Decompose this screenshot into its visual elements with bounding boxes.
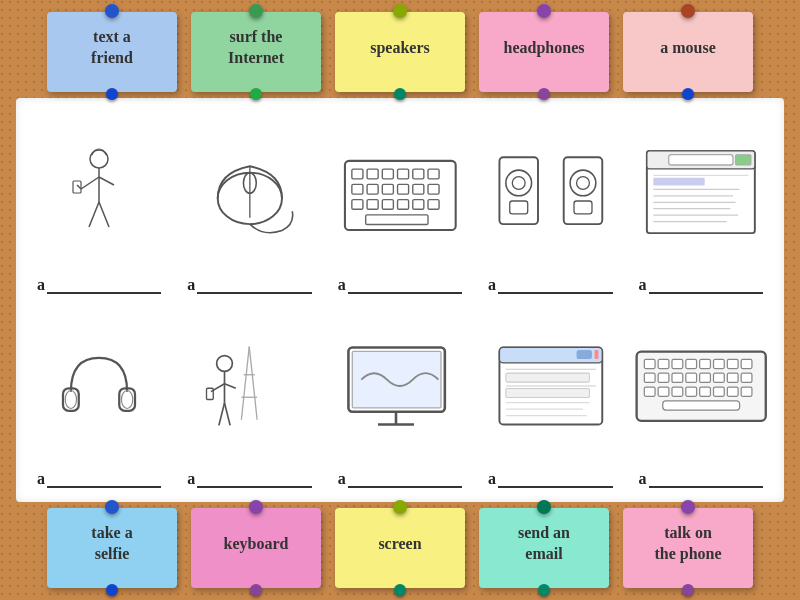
svg-rect-14 — [382, 169, 393, 179]
answer-browser: a — [639, 276, 764, 294]
cell-email: a — [477, 302, 623, 492]
drawing-mouse — [180, 112, 318, 272]
note-speakers[interactable]: speakers — [335, 12, 465, 92]
svg-line-64 — [219, 403, 225, 426]
drawing-keyboard-top — [331, 112, 469, 272]
svg-rect-16 — [412, 169, 423, 179]
svg-rect-38 — [574, 201, 592, 214]
pin-screen — [394, 584, 406, 596]
svg-rect-94 — [699, 373, 710, 382]
svg-rect-105 — [741, 387, 752, 396]
note-take-a-selfie[interactable]: take aselfie — [47, 508, 177, 588]
cell-person-texting: a — [26, 108, 172, 298]
answer-keyboard-top: a — [338, 276, 463, 294]
svg-rect-13 — [367, 169, 378, 179]
svg-rect-41 — [669, 155, 733, 165]
svg-rect-19 — [367, 184, 378, 194]
svg-rect-100 — [672, 387, 683, 396]
pin-mouse-top — [682, 88, 694, 100]
svg-rect-88 — [727, 359, 738, 368]
svg-rect-96 — [727, 373, 738, 382]
note-headphones[interactable]: headphones — [479, 12, 609, 92]
pin-email — [538, 584, 550, 596]
note-keyboard[interactable]: keyboard — [191, 508, 321, 588]
svg-line-65 — [224, 403, 230, 426]
drawing-email — [481, 306, 619, 466]
svg-rect-89 — [741, 359, 752, 368]
svg-rect-29 — [428, 200, 439, 210]
pin-headphones — [538, 88, 550, 100]
note-send-an-email[interactable]: send anemail — [479, 508, 609, 588]
svg-rect-90 — [644, 373, 655, 382]
svg-rect-42 — [735, 155, 750, 165]
drawing-screen — [331, 306, 469, 466]
answer-keyboard-bottom: a — [639, 470, 764, 488]
svg-rect-103 — [713, 387, 724, 396]
svg-rect-30 — [365, 215, 427, 225]
note-screen[interactable]: screen — [335, 508, 465, 588]
svg-rect-26 — [382, 200, 393, 210]
svg-rect-97 — [741, 373, 752, 382]
note-a-mouse[interactable]: a mouse — [623, 12, 753, 92]
svg-rect-87 — [713, 359, 724, 368]
svg-rect-91 — [658, 373, 669, 382]
cell-headphones: a — [26, 302, 172, 492]
svg-point-36 — [570, 170, 596, 196]
svg-rect-95 — [713, 373, 724, 382]
svg-line-5 — [99, 177, 114, 185]
note-surf-internet[interactable]: surf theInternet — [191, 12, 321, 92]
drawing-selfie — [180, 306, 318, 466]
pin-phone — [682, 584, 694, 596]
svg-rect-106 — [662, 401, 739, 410]
answer-selfie: a — [187, 470, 312, 488]
svg-rect-28 — [412, 200, 423, 210]
answer-email: a — [488, 470, 613, 488]
svg-point-59 — [216, 356, 232, 372]
drawing-browser — [632, 112, 770, 272]
svg-rect-27 — [397, 200, 408, 210]
svg-line-6 — [89, 202, 99, 227]
svg-rect-18 — [352, 184, 363, 194]
pin-keyboard — [250, 584, 262, 596]
svg-rect-83 — [658, 359, 669, 368]
svg-line-56 — [249, 347, 257, 420]
drawing-person-texting — [30, 112, 168, 272]
svg-rect-102 — [699, 387, 710, 396]
answer-speakers: a — [488, 276, 613, 294]
cell-speakers: a — [477, 108, 623, 298]
cell-mouse: a — [176, 108, 322, 298]
drawing-keyboard-bottom — [632, 306, 770, 466]
note-text-a-friend[interactable]: text afriend — [47, 12, 177, 92]
svg-rect-20 — [382, 184, 393, 194]
pin-speakers — [394, 88, 406, 100]
svg-rect-12 — [352, 169, 363, 179]
svg-rect-77 — [505, 389, 589, 398]
svg-rect-67 — [352, 351, 441, 408]
svg-rect-21 — [397, 184, 408, 194]
svg-rect-15 — [397, 169, 408, 179]
answer-person-texting: a — [37, 276, 162, 294]
pin-text-friend — [106, 88, 118, 100]
answer-headphones: a — [37, 470, 162, 488]
svg-rect-73 — [594, 350, 598, 359]
answer-mouse: a — [187, 276, 312, 294]
svg-line-63 — [224, 384, 235, 389]
svg-rect-104 — [727, 387, 738, 396]
svg-point-53 — [65, 391, 76, 409]
cell-selfie: a — [176, 302, 322, 492]
svg-rect-44 — [653, 178, 704, 186]
svg-point-37 — [576, 177, 589, 190]
svg-rect-25 — [367, 200, 378, 210]
svg-rect-98 — [644, 387, 655, 396]
answer-screen: a — [338, 470, 463, 488]
note-talk-on-the-phone[interactable]: talk onthe phone — [623, 508, 753, 588]
drawing-speakers — [481, 112, 619, 272]
svg-rect-72 — [576, 350, 591, 359]
pin-surf — [250, 88, 262, 100]
svg-rect-99 — [658, 387, 669, 396]
svg-rect-82 — [644, 359, 655, 368]
svg-rect-23 — [428, 184, 439, 194]
svg-point-54 — [122, 391, 133, 409]
top-notes-row: text afriend surf theInternet speakers h… — [8, 8, 792, 92]
svg-rect-24 — [352, 200, 363, 210]
